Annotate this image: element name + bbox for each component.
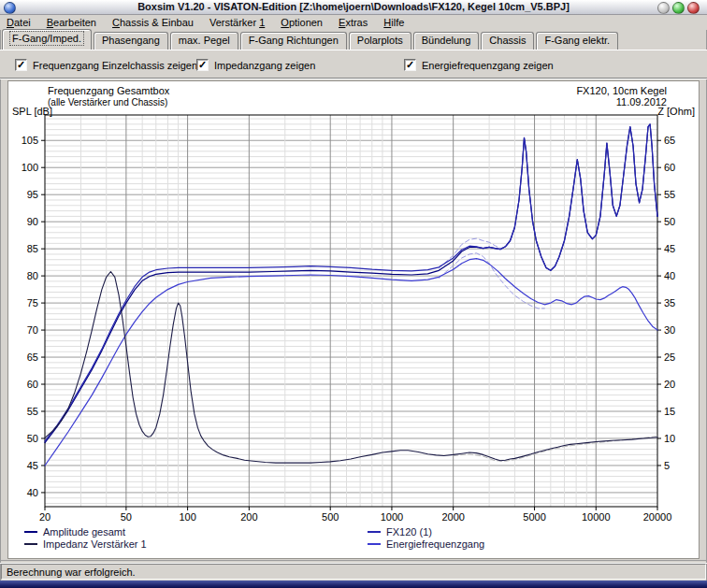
svg-text:40: 40 [664,270,675,281]
chart-plot: 2050100200500100020005000100002000040455… [8,81,700,560]
legend-label: FX120 (1) [386,526,432,538]
checkbox-label: Frequenzgang Einzelchassis zeigen [33,60,197,71]
menu-datei[interactable]: Datei [0,15,37,29]
tab-buendelung[interactable]: Bündelung [413,32,480,50]
svg-text:20: 20 [664,379,675,390]
checkbox-icon[interactable]: ✓ [15,59,27,71]
svg-text:20000: 20000 [643,511,672,523]
svg-text:85: 85 [27,243,38,254]
window-title: Boxsim V1.20 - VISATON-Edition [Z:\home\… [0,1,707,12]
menu-bar: Datei Bearbeiten Chassis & Einbau Verstä… [0,15,707,30]
svg-text:65: 65 [27,351,38,363]
svg-text:95: 95 [27,189,38,200]
svg-text:25: 25 [664,351,675,363]
legend-item-impedanz: Impedanz Verstärker 1 [24,538,147,550]
legend-item-energiefrequenzgang: Energiefrequenzgang [368,538,484,550]
legend-item-amplitude-gesamt: Amplitude gesamt [24,526,125,538]
legend-label: Impedanz Verstärker 1 [43,538,147,550]
project-name: FX120, 10cm Kegel [576,85,667,96]
checkbox-icon[interactable]: ✓ [196,59,209,71]
svg-text:50: 50 [27,433,38,444]
svg-text:10000: 10000 [582,511,611,523]
tab-phasengang[interactable]: Phasengang [94,32,168,50]
tab-max-pegel[interactable]: max. Pegel [170,32,238,50]
close-button[interactable] [687,2,700,14]
status-bar: Berechnung war erfolgreich. [1,564,706,580]
svg-text:90: 90 [27,216,38,227]
boxsim-window: { "window": { "title": "Boxsim V1.20 - V… [0,0,707,588]
maximize-button[interactable] [672,2,685,14]
chart-annotation: FX120, 10cm Kegel 11.09.2012 [576,85,667,108]
menu-hilfe[interactable]: Hilfe [377,15,411,29]
svg-text:100: 100 [179,511,195,523]
minimize-button[interactable] [657,2,670,14]
legend-label: Amplitude gesamt [43,526,125,538]
legend-item-fx120: FX120 (1) [368,526,432,538]
svg-text:60: 60 [27,379,38,390]
svg-text:75: 75 [27,297,38,308]
chart-subtitle: (alle Verstärker und Chassis) [48,97,167,108]
svg-text:35: 35 [664,297,675,308]
tab-fgang-elektr[interactable]: F-Gang elektr. [536,32,618,50]
tab-bar: F-Gang/Imped. Phasengang max. Pegel F-Ga… [2,29,620,50]
svg-text:10: 10 [664,433,675,444]
tab-polarplots[interactable]: Polarplots [349,32,411,50]
svg-text:55: 55 [664,189,675,200]
chart-panel: 2050100200500100020005000100002000040455… [7,80,700,559]
legend-label: Energiefrequenzgang [386,538,484,550]
legend-swatch-icon [368,531,381,533]
svg-text:60: 60 [664,162,675,173]
tab-fgang-imped[interactable]: F-Gang/Imped. [2,29,92,50]
menu-extras[interactable]: Extras [332,15,374,29]
svg-text:5: 5 [664,460,670,471]
menu-optionen[interactable]: Optionen [274,15,329,29]
y-axis-label-left: SPL [dB] [12,106,52,117]
svg-text:500: 500 [322,511,339,523]
svg-text:15: 15 [664,406,675,417]
svg-text:40: 40 [27,487,38,498]
svg-text:1000: 1000 [381,511,403,523]
svg-text:65: 65 [664,135,675,146]
checkbox-energiefrequenzgang[interactable]: ✓ Energiefrequenzgang zeigen [404,59,554,71]
svg-text:50: 50 [121,511,132,523]
svg-text:45: 45 [27,460,38,471]
checkbox-label: Energiefrequenzgang zeigen [422,60,554,71]
y-axis-label-right: Z [Ohm] [657,106,695,117]
checkbox-label: Impedanzgang zeigen [214,60,315,71]
svg-text:5000: 5000 [523,511,545,523]
menu-verstaerker-1[interactable]: Verstärker 1 [203,15,271,29]
window-bottom-border [0,581,707,588]
window-titlebar: Boxsim V1.20 - VISATON-Edition [Z:\home\… [0,0,707,15]
menu-chassis-einbau[interactable]: Chassis & Einbau [106,15,200,29]
svg-text:80: 80 [27,270,38,281]
svg-text:70: 70 [27,324,38,336]
chart-title: Frequenzgang Gesamtbox [48,85,169,96]
chart-options-toolbar: ✓ Frequenzgang Einzelchassis zeigen ✓ Im… [0,50,707,79]
svg-text:200: 200 [240,511,257,523]
menu-bearbeiten[interactable]: Bearbeiten [40,15,103,29]
tab-chassis[interactable]: Chassis [481,32,534,50]
tab-fgang-richtungen[interactable]: F-Gang Richtungen [240,32,347,50]
checkbox-icon[interactable]: ✓ [404,59,416,71]
svg-text:50: 50 [664,216,675,227]
svg-text:45: 45 [664,243,675,254]
svg-text:20: 20 [39,511,50,523]
legend-swatch-icon [24,543,37,545]
status-text: Berechnung war erfolgreich. [7,566,136,578]
legend-swatch-icon [368,543,381,545]
svg-text:55: 55 [27,406,38,417]
project-date: 11.09.2012 [576,96,667,108]
svg-text:100: 100 [22,162,38,173]
svg-text:30: 30 [664,324,675,336]
checkbox-frequenzgang-einzelchassis[interactable]: ✓ Frequenzgang Einzelchassis zeigen [15,59,197,71]
svg-text:105: 105 [22,135,38,146]
legend-swatch-icon [24,531,37,533]
checkbox-impedanzgang[interactable]: ✓ Impedanzgang zeigen [196,59,315,71]
svg-text:2000: 2000 [441,511,464,523]
